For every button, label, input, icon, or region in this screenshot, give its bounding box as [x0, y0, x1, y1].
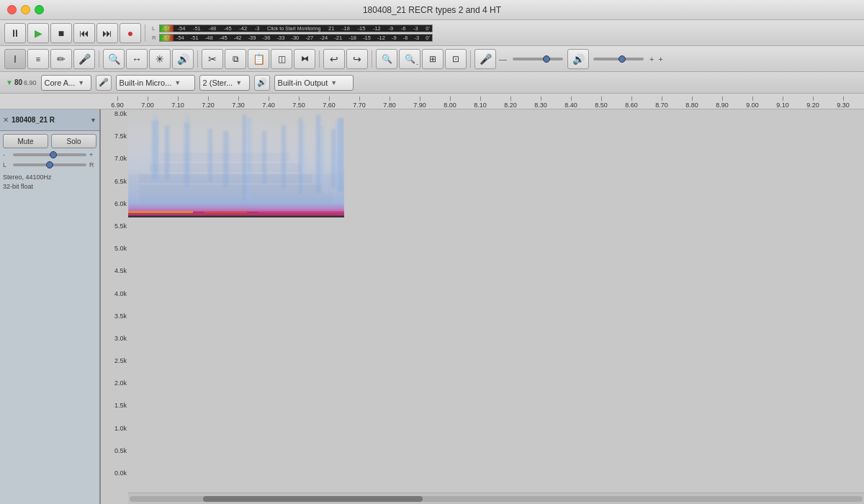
copy-button[interactable]: ⧉	[225, 49, 246, 69]
trim-button[interactable]: ◫	[271, 49, 292, 69]
monitor-mic-button[interactable]: 🎤	[474, 49, 496, 69]
mute-button[interactable]: Mute	[3, 134, 48, 148]
input-mic-button[interactable]: 🎤	[96, 75, 112, 91]
track-header: ✕ 180408_21 R ▼	[0, 109, 99, 131]
output-slider-thumb[interactable]	[618, 55, 626, 63]
ruler-mark: 8.30	[526, 96, 556, 109]
svg-rect-33	[128, 216, 344, 217]
scrollbar-thumb[interactable]	[203, 496, 423, 502]
gain-slider-track[interactable]	[13, 153, 86, 156]
redo-button[interactable]: ↪	[346, 49, 368, 69]
pause-button[interactable]: ⏸	[4, 23, 26, 43]
zoom-select-button[interactable]: 🔍	[103, 49, 125, 69]
input-device-select[interactable]: Built-in Micro... ▼	[116, 75, 195, 91]
pan-row: L R	[3, 161, 96, 168]
frequency-axis: 8.0k 7.5k 7.0k 6.5k 6.0k 5.5k 5.0k 4.5k …	[101, 109, 128, 478]
zoom-sel-button[interactable]: ⊡	[445, 49, 467, 69]
multi-tool-button[interactable]: ≡	[27, 49, 49, 69]
skip-fwd-button[interactable]: ⏭	[96, 23, 118, 43]
ruler-mark: 9.20	[798, 96, 828, 109]
pan-slider-track[interactable]	[13, 163, 86, 166]
output-slider-container	[593, 58, 644, 60]
track-controls: Mute Solo - + L R Stereo, 44100Hz	[0, 131, 99, 195]
titlebar: 180408_21 RECR types 2 and 4 HT	[0, 0, 864, 20]
freq-1k: 1.0k	[102, 426, 127, 432]
skip-back-button[interactable]: ⏮	[73, 23, 95, 43]
freq-0k: 0.0k	[102, 470, 127, 477]
maximize-button[interactable]	[35, 5, 44, 14]
monitor-slider-container	[513, 58, 563, 60]
draw-tool-button[interactable]: ✏	[50, 49, 72, 69]
play-button[interactable]: ▶	[27, 23, 49, 43]
playback-volume-section: ▼ 80 6.90	[6, 78, 37, 86]
output-slider-track[interactable]	[593, 58, 644, 60]
vu-meter-right: -57-54-51-48-45-42-39-36-33-30-27-24-21-…	[159, 34, 433, 42]
ruler-mark: 8.20	[495, 96, 526, 109]
monitor-slider-thumb[interactable]	[543, 55, 550, 63]
freq-05k: 0.5k	[102, 448, 127, 454]
freq-8k: 8.0k	[102, 111, 127, 117]
minimize-button[interactable]	[21, 5, 30, 14]
freq-5k: 5.0k	[102, 246, 127, 252]
core-audio-select[interactable]: Core A... ▼	[41, 75, 91, 91]
horizontal-scrollbar[interactable]	[128, 492, 864, 504]
speaker-button[interactable]: 🔊	[172, 49, 194, 69]
freq-3k: 3.0k	[102, 336, 127, 342]
svg-rect-20	[331, 129, 336, 189]
core-audio-arrow-icon: ▼	[78, 79, 84, 86]
ruler-mark: 7.00	[132, 96, 163, 109]
close-button[interactable]	[7, 5, 17, 14]
spectrogram-canvas[interactable]: 8.0k 7.5k 7.0k 6.5k 6.0k 5.5k 5.0k 4.5k …	[101, 109, 864, 492]
monitor-slider-track[interactable]	[513, 58, 563, 60]
zoom-out-button[interactable]: 🔍-	[399, 49, 420, 69]
ruler-mark: 7.40	[253, 96, 284, 109]
time-ruler[interactable]: 6.90 7.00 7.10 7.20 7.30 7.40 7.50 7.60	[0, 94, 864, 109]
track-name: 180408_21 R	[12, 116, 87, 124]
multi2-button[interactable]: ✳	[149, 49, 171, 69]
zoom-in-button[interactable]: 🔍	[376, 49, 397, 69]
output-volume-button[interactable]: 🔊	[567, 49, 589, 69]
vu-top-row: L -57-54-51-48-45-42-3Click to Start Mon…	[152, 24, 433, 32]
record-button[interactable]: ●	[120, 23, 141, 43]
silence-button[interactable]: ⧓	[294, 49, 315, 69]
ruler-mark: 7.70	[344, 96, 374, 109]
freq-65k: 6.5k	[102, 179, 127, 185]
mic-record-button[interactable]: 🎤	[73, 49, 95, 69]
ruler-mark: 8.80	[677, 96, 707, 109]
svg-rect-26	[150, 163, 301, 172]
scrollbar-track[interactable]	[130, 496, 863, 502]
track-menu-arrow[interactable]: ▼	[90, 117, 96, 124]
paste-button[interactable]: 📋	[248, 49, 269, 69]
waveform-area[interactable]: 8.0k 7.5k 7.0k 6.5k 6.0k 5.5k 5.0k 4.5k …	[101, 109, 864, 504]
solo-button[interactable]: Solo	[51, 134, 96, 148]
sep1	[99, 50, 99, 68]
ruler-mark: 8.50	[586, 96, 616, 109]
ruler-mark: 9.10	[768, 96, 798, 109]
undo-button[interactable]: ↩	[323, 49, 345, 69]
output-device-select[interactable]: Built-in Output ▼	[274, 75, 354, 91]
selection-tool-button[interactable]: I	[4, 49, 26, 69]
pan-slider-thumb[interactable]	[46, 161, 53, 168]
freq-7k: 7.0k	[102, 156, 127, 162]
window-title: 180408_21 RECR types 2 and 4 HT	[363, 5, 501, 15]
gain-minus-label: -	[3, 151, 10, 158]
toolbar-separator	[145, 24, 145, 42]
channel-select[interactable]: 2 (Ster... ▼	[199, 75, 250, 91]
input-device-arrow-icon: ▼	[174, 79, 181, 86]
cut-button[interactable]: ✂	[202, 49, 223, 69]
ruler-mark: 7.20	[193, 96, 223, 109]
timeshift-button[interactable]: ↔	[126, 49, 148, 69]
close-track-button[interactable]: ✕	[3, 116, 9, 124]
zoom-fit-button[interactable]: ⊞	[422, 49, 444, 69]
svg-rect-25	[139, 174, 312, 183]
gain-slider-thumb[interactable]	[50, 151, 57, 158]
channel-arrow-icon: ▼	[235, 79, 242, 86]
pan-right-label: R	[89, 161, 96, 168]
output-speaker-button[interactable]: 🔊	[254, 75, 270, 91]
volume-number: 80	[14, 78, 22, 86]
svg-rect-30	[128, 211, 193, 213]
stop-button[interactable]: ■	[50, 23, 72, 43]
freq-45k: 4.5k	[102, 268, 127, 274]
svg-rect-19	[320, 126, 324, 186]
sep3	[319, 50, 320, 68]
